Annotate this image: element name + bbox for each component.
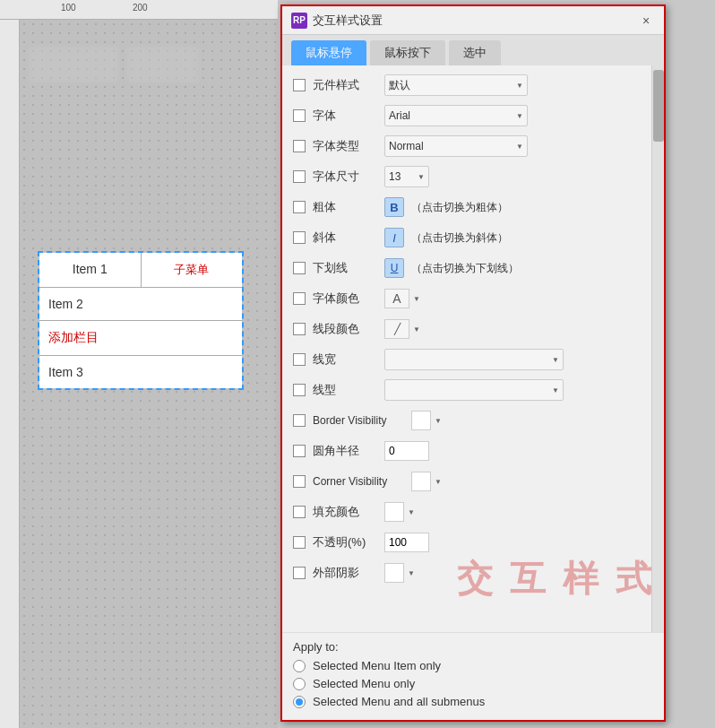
checkbox-element-style[interactable] <box>293 79 306 91</box>
border-visibility-arrow: ▼ <box>435 417 442 425</box>
control-line-color: ╱ ▼ <box>384 319 641 339</box>
input-corner-radius[interactable] <box>384 441 429 461</box>
outer-shadow-arrow: ▼ <box>408 569 415 577</box>
checkbox-underline[interactable] <box>293 262 306 274</box>
outer-shadow-box[interactable] <box>384 563 404 583</box>
bold-button[interactable]: B <box>384 197 404 217</box>
dropdown-element-style[interactable]: 默认 ▼ <box>384 74 528 96</box>
control-font-color: A ▼ <box>384 289 641 308</box>
menu-cell-item3: Item 3 <box>39 356 242 388</box>
radio-selected-all[interactable] <box>293 696 306 708</box>
dialog-close-button[interactable]: × <box>637 12 655 30</box>
menu-cell-item1: Item 1 <box>39 253 142 287</box>
checkbox-line-color[interactable] <box>293 323 306 335</box>
line-color-arrow: ▼ <box>413 325 420 334</box>
label-underline: 下划线 <box>313 260 384 276</box>
control-font: Arial ▼ <box>384 105 641 126</box>
label-line-style: 线型 <box>313 382 384 398</box>
corner-visibility-box[interactable] <box>411 472 431 491</box>
dropdown-font[interactable]: Arial ▼ <box>384 105 528 126</box>
control-font-type: Normal ▼ <box>384 135 641 157</box>
checkbox-corner-radius[interactable] <box>293 445 306 457</box>
prop-outer-shadow: 外部阴影 ▼ <box>293 560 641 585</box>
control-underline: U （点击切换为下划线） <box>384 258 641 278</box>
line-color-icon: ╱ <box>394 323 401 335</box>
scrollbar-track[interactable] <box>651 65 664 632</box>
dropdown-arrow-font-size: ▼ <box>418 173 425 181</box>
prop-font-color: 字体颜色 A ▼ <box>293 286 641 311</box>
checkbox-bold[interactable] <box>293 201 306 213</box>
properties-panel: 元件样式 默认 ▼ 字体 Arial ▼ <box>282 65 651 632</box>
checkbox-outer-shadow[interactable] <box>293 567 306 579</box>
apply-to-label: Apply to: <box>293 640 653 654</box>
font-color-swatch[interactable]: A <box>384 289 409 308</box>
prop-font-type: 字体类型 Normal ▼ <box>293 134 641 159</box>
prop-bold: 粗体 B （点击切换为粗体） <box>293 195 641 220</box>
tab-selected[interactable]: 选中 <box>449 40 501 65</box>
dropdown-arrow-font: ▼ <box>516 112 523 120</box>
ruler-mark-100: 100 <box>61 3 76 13</box>
dropdown-font-size[interactable]: 13 ▼ <box>384 166 429 187</box>
checkbox-font-size[interactable] <box>293 170 306 183</box>
dropdown-font-type[interactable]: Normal ▼ <box>384 135 528 157</box>
checkbox-border-visibility[interactable] <box>293 414 306 427</box>
tab-mousedown[interactable]: 鼠标按下 <box>370 40 445 65</box>
dropdown-line-width[interactable]: ▼ <box>384 349 564 370</box>
scrollbar-thumb[interactable] <box>653 70 664 142</box>
menu-row-2: Item 2 <box>39 288 242 321</box>
checkbox-font[interactable] <box>293 109 306 122</box>
prop-font: 字体 Arial ▼ <box>293 103 641 128</box>
menu-cell-item2: Item 2 <box>39 288 242 320</box>
checkbox-corner-visibility[interactable] <box>293 475 306 488</box>
prop-line-width: 线宽 ▼ <box>293 347 641 372</box>
label-font-size: 字体尺寸 <box>313 169 384 185</box>
menu-cell-add: 添加栏目 <box>39 321 242 355</box>
label-font-color: 字体颜色 <box>313 290 384 307</box>
canvas-shape-1 <box>29 47 118 82</box>
dialog-title-icon: RP <box>291 13 307 29</box>
menu-cell-submenu: 子菜单 <box>142 253 243 287</box>
checkbox-opacity[interactable] <box>293 536 306 549</box>
label-corner-radius: 圆角半径 <box>313 443 384 459</box>
control-corner-visibility: ▼ <box>411 472 641 491</box>
control-bold: B （点击切换为粗体） <box>384 197 641 217</box>
apply-to-section: Apply to: Selected Menu Item only Select… <box>282 632 664 720</box>
menu-row-1: Item 1 子菜单 <box>39 253 242 288</box>
radio-row-selected-all: Selected Menu and all submenus <box>293 695 653 708</box>
checkbox-italic[interactable] <box>293 231 306 244</box>
dialog-body: 元件样式 默认 ▼ 字体 Arial ▼ <box>282 65 664 632</box>
label-border-visibility: Border Visibility <box>313 414 411 427</box>
input-opacity[interactable] <box>384 533 429 552</box>
font-color-arrow: ▼ <box>413 295 420 303</box>
control-line-style: ▼ <box>384 379 641 401</box>
prop-italic: 斜体 I （点击切换为斜体） <box>293 225 641 250</box>
dialog-title: 交互样式设置 <box>313 13 637 29</box>
checkbox-line-width[interactable] <box>293 353 306 366</box>
checkbox-fill-color[interactable] <box>293 506 306 518</box>
italic-button[interactable]: I <box>384 228 404 247</box>
radio-selected-menu[interactable] <box>293 678 306 690</box>
checkbox-line-style[interactable] <box>293 384 306 396</box>
bold-hint: （点击切换为粗体） <box>411 200 508 215</box>
dropdown-line-style[interactable]: ▼ <box>384 379 564 401</box>
checkbox-font-color[interactable] <box>293 292 306 305</box>
checkbox-font-type[interactable] <box>293 140 306 152</box>
prop-corner-radius: 圆角半径 <box>293 438 641 464</box>
radio-selected-item[interactable] <box>293 660 306 672</box>
dropdown-arrow-font-type: ▼ <box>516 143 523 151</box>
tab-hover[interactable]: 鼠标悬停 <box>291 40 366 65</box>
fill-color-box[interactable] <box>384 502 404 522</box>
label-corner-visibility: Corner Visibility <box>313 475 411 488</box>
ruler-left <box>0 20 20 728</box>
canvas-content: Item 1 子菜单 Item 2 添加栏目 Item 3 <box>20 20 278 728</box>
menu-row-add: 添加栏目 <box>39 321 242 356</box>
label-opacity: 不透明(%) <box>313 534 384 550</box>
border-visibility-box[interactable] <box>411 411 431 430</box>
control-border-visibility: ▼ <box>411 411 641 430</box>
control-element-style: 默认 ▼ <box>384 74 641 96</box>
prop-underline: 下划线 U （点击切换为下划线） <box>293 256 641 281</box>
line-color-swatch[interactable]: ╱ <box>384 319 409 339</box>
underline-button[interactable]: U <box>384 258 404 278</box>
radio-row-selected-item: Selected Menu Item only <box>293 659 653 672</box>
dropdown-arrow-element-style: ▼ <box>516 82 523 90</box>
